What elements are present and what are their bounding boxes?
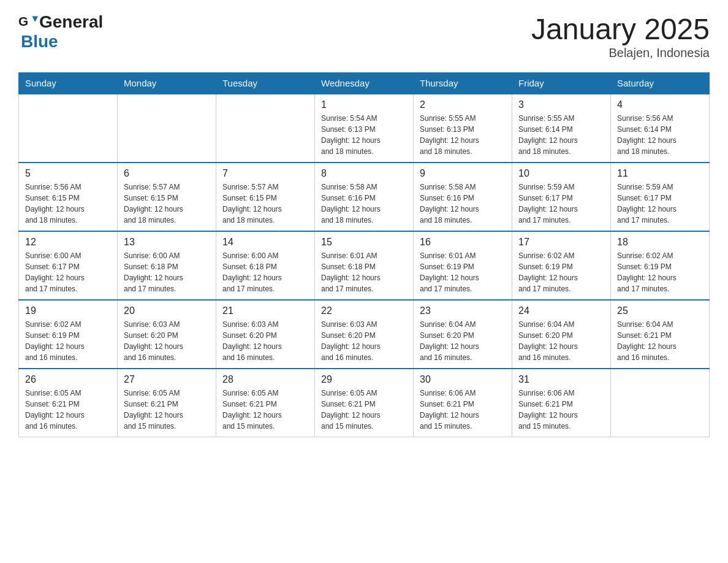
day-number: 17 [518, 237, 604, 248]
calendar-cell: 22Sunrise: 6:03 AMSunset: 6:20 PMDayligh… [315, 300, 414, 369]
logo-general: General [39, 12, 103, 32]
calendar-table: SundayMondayTuesdayWednesdayThursdayFrid… [18, 72, 710, 437]
day-number: 30 [420, 374, 506, 385]
day-header-tuesday: Tuesday [216, 73, 315, 94]
calendar-cell: 12Sunrise: 6:00 AMSunset: 6:17 PMDayligh… [19, 231, 118, 300]
days-header-row: SundayMondayTuesdayWednesdayThursdayFrid… [19, 73, 710, 94]
day-info: Sunrise: 6:03 AMSunset: 6:20 PMDaylight:… [321, 319, 407, 363]
day-info: Sunrise: 6:01 AMSunset: 6:18 PMDaylight:… [321, 250, 407, 294]
day-number: 5 [25, 168, 111, 179]
calendar-cell: 29Sunrise: 6:05 AMSunset: 6:21 PMDayligh… [315, 369, 414, 437]
calendar-cell: 2Sunrise: 5:55 AMSunset: 6:13 PMDaylight… [414, 94, 512, 163]
day-number: 12 [25, 237, 111, 248]
day-header-sunday: Sunday [19, 73, 118, 94]
calendar-subtitle: Belajen, Indonesia [531, 46, 710, 60]
calendar-cell: 24Sunrise: 6:04 AMSunset: 6:20 PMDayligh… [512, 300, 611, 369]
calendar-cell: 3Sunrise: 5:55 AMSunset: 6:14 PMDaylight… [512, 94, 611, 163]
calendar-cell: 8Sunrise: 5:58 AMSunset: 6:16 PMDaylight… [315, 163, 414, 231]
calendar-cell: 23Sunrise: 6:04 AMSunset: 6:20 PMDayligh… [414, 300, 512, 369]
calendar-cell: 25Sunrise: 6:04 AMSunset: 6:21 PMDayligh… [611, 300, 710, 369]
page-header: G General Blue January 2025 Belajen, Ind… [18, 12, 710, 60]
calendar-cell: 28Sunrise: 6:05 AMSunset: 6:21 PMDayligh… [216, 369, 315, 437]
day-number: 15 [321, 237, 407, 248]
day-info: Sunrise: 5:55 AMSunset: 6:14 PMDaylight:… [518, 113, 604, 157]
logo: G General Blue [18, 12, 103, 52]
week-row-3: 12Sunrise: 6:00 AMSunset: 6:17 PMDayligh… [19, 231, 710, 300]
calendar-title: January 2025 [531, 12, 710, 46]
day-info: Sunrise: 6:05 AMSunset: 6:21 PMDaylight:… [124, 388, 210, 432]
calendar-cell: 30Sunrise: 6:06 AMSunset: 6:21 PMDayligh… [414, 369, 512, 437]
day-info: Sunrise: 6:00 AMSunset: 6:18 PMDaylight:… [222, 250, 308, 294]
day-number: 3 [518, 99, 604, 110]
day-number: 4 [617, 99, 703, 110]
day-number: 2 [420, 99, 506, 110]
day-info: Sunrise: 6:03 AMSunset: 6:20 PMDaylight:… [124, 319, 210, 363]
day-number: 13 [124, 237, 210, 248]
day-number: 8 [321, 168, 407, 179]
calendar-cell: 15Sunrise: 6:01 AMSunset: 6:18 PMDayligh… [315, 231, 414, 300]
calendar-cell: 14Sunrise: 6:00 AMSunset: 6:18 PMDayligh… [216, 231, 315, 300]
day-info: Sunrise: 6:06 AMSunset: 6:21 PMDaylight:… [420, 388, 506, 432]
day-number: 27 [124, 374, 210, 385]
day-number: 19 [25, 305, 111, 316]
day-info: Sunrise: 5:56 AMSunset: 6:15 PMDaylight:… [25, 182, 111, 226]
day-number: 21 [222, 305, 308, 316]
svg-marker-1 [32, 16, 38, 22]
day-info: Sunrise: 6:05 AMSunset: 6:21 PMDaylight:… [321, 388, 407, 432]
day-number: 1 [321, 99, 407, 110]
day-header-saturday: Saturday [611, 73, 710, 94]
day-info: Sunrise: 6:00 AMSunset: 6:18 PMDaylight:… [124, 250, 210, 294]
day-number: 24 [518, 305, 604, 316]
day-number: 9 [420, 168, 506, 179]
day-number: 16 [420, 237, 506, 248]
week-row-5: 26Sunrise: 6:05 AMSunset: 6:21 PMDayligh… [19, 369, 710, 437]
calendar-cell: 9Sunrise: 5:58 AMSunset: 6:16 PMDaylight… [414, 163, 512, 231]
day-info: Sunrise: 5:57 AMSunset: 6:15 PMDaylight:… [222, 182, 308, 226]
title-section: January 2025 Belajen, Indonesia [531, 12, 710, 60]
day-number: 29 [321, 374, 407, 385]
calendar-cell: 6Sunrise: 5:57 AMSunset: 6:15 PMDaylight… [118, 163, 216, 231]
day-info: Sunrise: 6:03 AMSunset: 6:20 PMDaylight:… [222, 319, 308, 363]
day-header-thursday: Thursday [414, 73, 512, 94]
day-number: 10 [518, 168, 604, 179]
calendar-cell: 31Sunrise: 6:06 AMSunset: 6:21 PMDayligh… [512, 369, 611, 437]
day-info: Sunrise: 6:00 AMSunset: 6:17 PMDaylight:… [25, 250, 111, 294]
day-info: Sunrise: 5:58 AMSunset: 6:16 PMDaylight:… [420, 182, 506, 226]
day-info: Sunrise: 6:02 AMSunset: 6:19 PMDaylight:… [518, 250, 604, 294]
calendar-cell: 20Sunrise: 6:03 AMSunset: 6:20 PMDayligh… [118, 300, 216, 369]
day-info: Sunrise: 6:06 AMSunset: 6:21 PMDaylight:… [518, 388, 604, 432]
calendar-cell: 5Sunrise: 5:56 AMSunset: 6:15 PMDaylight… [19, 163, 118, 231]
day-info: Sunrise: 5:59 AMSunset: 6:17 PMDaylight:… [617, 182, 703, 226]
week-row-2: 5Sunrise: 5:56 AMSunset: 6:15 PMDaylight… [19, 163, 710, 231]
day-info: Sunrise: 6:02 AMSunset: 6:19 PMDaylight:… [25, 319, 111, 363]
day-number: 28 [222, 374, 308, 385]
svg-text:G: G [18, 14, 28, 28]
calendar-cell: 11Sunrise: 5:59 AMSunset: 6:17 PMDayligh… [611, 163, 710, 231]
day-info: Sunrise: 5:56 AMSunset: 6:14 PMDaylight:… [617, 113, 703, 157]
day-info: Sunrise: 6:02 AMSunset: 6:19 PMDaylight:… [617, 250, 703, 294]
day-number: 22 [321, 305, 407, 316]
day-header-friday: Friday [512, 73, 611, 94]
calendar-cell: 26Sunrise: 6:05 AMSunset: 6:21 PMDayligh… [19, 369, 118, 437]
day-header-monday: Monday [118, 73, 216, 94]
calendar-cell [19, 94, 118, 163]
calendar-cell: 17Sunrise: 6:02 AMSunset: 6:19 PMDayligh… [512, 231, 611, 300]
day-number: 7 [222, 168, 308, 179]
calendar-cell [611, 369, 710, 437]
day-info: Sunrise: 6:04 AMSunset: 6:20 PMDaylight:… [518, 319, 604, 363]
day-info: Sunrise: 5:57 AMSunset: 6:15 PMDaylight:… [124, 182, 210, 226]
day-number: 31 [518, 374, 604, 385]
day-number: 20 [124, 305, 210, 316]
day-number: 6 [124, 168, 210, 179]
day-info: Sunrise: 5:59 AMSunset: 6:17 PMDaylight:… [518, 182, 604, 226]
day-number: 26 [25, 374, 111, 385]
day-number: 23 [420, 305, 506, 316]
calendar-cell: 13Sunrise: 6:00 AMSunset: 6:18 PMDayligh… [118, 231, 216, 300]
day-info: Sunrise: 5:54 AMSunset: 6:13 PMDaylight:… [321, 113, 407, 157]
week-row-1: 1Sunrise: 5:54 AMSunset: 6:13 PMDaylight… [19, 94, 710, 163]
calendar-cell: 1Sunrise: 5:54 AMSunset: 6:13 PMDaylight… [315, 94, 414, 163]
calendar-cell: 7Sunrise: 5:57 AMSunset: 6:15 PMDaylight… [216, 163, 315, 231]
day-number: 18 [617, 237, 703, 248]
day-info: Sunrise: 5:58 AMSunset: 6:16 PMDaylight:… [321, 182, 407, 226]
calendar-cell: 10Sunrise: 5:59 AMSunset: 6:17 PMDayligh… [512, 163, 611, 231]
